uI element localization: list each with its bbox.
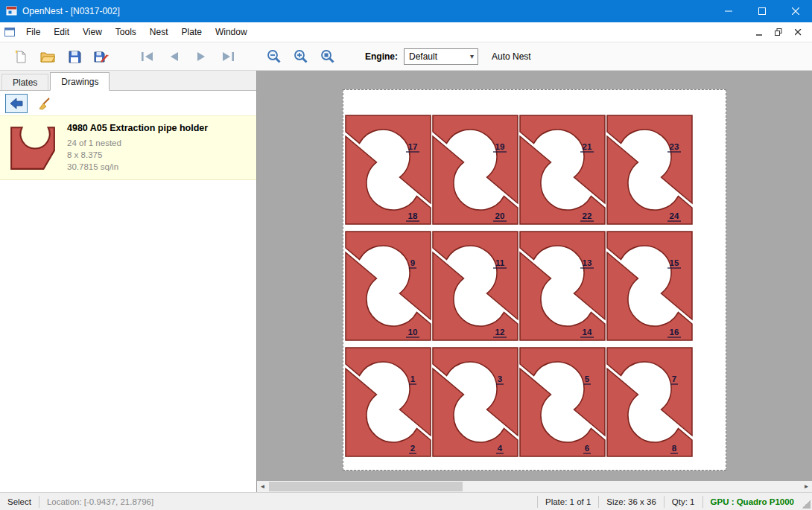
auto-nest-label[interactable]: Auto Nest [492,51,531,62]
nest-pair[interactable]: 78 [607,348,692,456]
nest-pair[interactable]: 1920 [433,115,518,224]
child-restore-icon[interactable] [770,25,787,39]
part-number: 7 [672,374,676,383]
nest-pair[interactable]: 1112 [433,232,518,340]
nest-pair[interactable]: 56 [520,348,605,456]
part-number: 23 [670,142,679,151]
menu-tools[interactable]: Tools [109,22,143,42]
menu-window[interactable]: Window [209,22,254,42]
nest-pair[interactable]: 2324 [607,115,692,224]
horizontal-scrollbar[interactable]: ◄ ► [257,481,812,492]
save-button[interactable] [61,44,88,69]
menu-plate[interactable]: Plate [175,22,209,42]
menu-view[interactable]: View [76,22,109,42]
part-thumbnail [6,123,60,173]
nest-pair[interactable]: 1718 [346,115,431,224]
part-number: 22 [583,211,592,220]
first-plate-button[interactable] [134,44,161,69]
nest-pair[interactable]: 12 [346,348,431,456]
tab-strip: Plates Drawings [0,71,256,91]
part-nested-count: 24 of 1 nested [67,137,208,149]
part-number: 20 [495,211,505,220]
drawing-list-item[interactable]: 4980 A05 Extraction pipe holder 24 of 1 … [0,115,256,180]
broom-icon [37,97,51,110]
tab-plates[interactable]: Plates [1,74,48,90]
mdi-window-controls [751,25,812,39]
chevron-down-icon: ▾ [466,52,478,60]
status-plate: Plate: 1 of 1 [538,493,598,510]
scroll-left-icon[interactable]: ◄ [257,481,268,492]
part-number: 21 [583,142,592,151]
open-file-button[interactable] [34,44,61,69]
window-title: OpenNest - [N0317-002] [22,6,711,16]
nest-pair[interactable]: 34 [433,348,518,456]
scroll-right-icon[interactable]: ► [801,481,812,492]
save-edit-button[interactable] [88,44,115,69]
status-gpu: GPU : Quadro P1000 [703,493,802,510]
zoom-fit-button[interactable] [314,44,341,69]
menu-nest[interactable]: Nest [143,22,175,42]
next-plate-button[interactable] [188,44,215,69]
part-number: 14 [583,328,592,337]
part-number: 10 [408,328,418,337]
new-file-button[interactable] [7,44,34,69]
part-number: 12 [495,328,505,337]
mdi-child-icon[interactable] [4,28,15,36]
part-number: 16 [670,328,679,337]
part-number: 17 [408,142,418,151]
zoom-in-button[interactable] [288,44,314,69]
part-number: 8 [672,444,677,453]
part-number: 3 [498,374,502,383]
engine-selected-value: Default [409,51,437,62]
part-number: 6 [585,444,589,453]
status-location: Location: [-0.9437, 21.8796] [39,493,161,510]
status-mode: Select [0,493,39,510]
status-size: Size: 36 x 36 [599,493,663,510]
nest-pair[interactable]: 1516 [607,232,692,340]
nest-pair[interactable]: 1314 [520,232,605,340]
part-number: 1 [410,374,416,383]
import-drawing-button[interactable] [5,94,28,113]
nest-svg: 171819202122232491011121314151612345678 [343,90,726,470]
engine-select[interactable]: Default ▾ [404,48,478,65]
plate[interactable]: 171819202122232491011121314151612345678 [343,89,726,471]
part-number: 4 [498,444,503,453]
previous-plate-button[interactable] [161,44,188,69]
menu-bar: File Edit View Tools Nest Plate Window [0,22,812,42]
scrollbar-thumb[interactable] [269,482,463,491]
left-panel: Plates Drawings 4980 A05 Extraction pipe… [0,71,257,492]
main-toolbar: Engine: Default ▾ Auto Nest [0,42,812,71]
part-number: 19 [495,142,505,151]
part-number: 18 [408,211,418,220]
status-bar: Select Location: [-0.9437, 21.8796] Plat… [0,492,812,510]
last-plate-button[interactable] [215,44,241,69]
zoom-out-button[interactable] [261,44,288,69]
part-area: 30.7815 sq/in [67,161,208,173]
status-qty: Qty: 1 [664,493,702,510]
minimize-button[interactable] [711,0,745,22]
close-button[interactable] [778,0,812,22]
clear-drawings-button[interactable] [33,94,55,113]
menu-file[interactable]: File [19,22,47,42]
maximize-button[interactable] [745,0,778,22]
nest-pair[interactable]: 2122 [520,115,605,224]
title-bar: OpenNest - [N0317-002] [0,0,812,22]
import-arrow-icon [10,98,23,109]
drawings-toolbar [0,91,256,115]
part-name: 4980 A05 Extraction pipe holder [67,123,208,133]
part-number: 15 [670,258,679,267]
menu-edit[interactable]: Edit [47,22,76,42]
part-number: 2 [410,444,415,453]
tab-drawings[interactable]: Drawings [50,72,110,91]
part-number: 13 [583,258,592,267]
child-minimize-icon[interactable] [751,25,767,39]
part-number: 11 [495,258,505,267]
resize-grip[interactable] [802,500,811,509]
part-number: 9 [410,258,415,267]
nest-canvas[interactable]: 171819202122232491011121314151612345678 … [257,71,812,492]
nest-pair[interactable]: 910 [346,232,431,340]
part-dimensions: 8 x 8.375 [67,149,208,161]
child-close-icon[interactable] [790,25,806,39]
part-number: 5 [585,374,590,383]
engine-label: Engine: [365,51,398,62]
